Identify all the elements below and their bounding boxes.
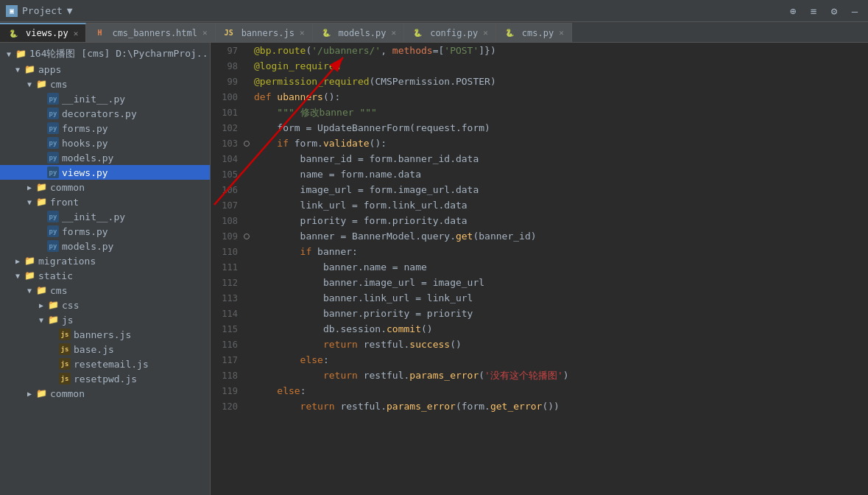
tab-label: views.py xyxy=(26,28,68,38)
minimize-icon[interactable]: — xyxy=(847,5,862,17)
add-icon[interactable]: ⊕ xyxy=(786,5,800,17)
sidebar-item-forms-py-front[interactable]: py forms.py xyxy=(0,224,210,239)
breakpoint-marker xyxy=(244,234,250,239)
table-row: 108 priority = form.priority.data xyxy=(211,213,868,228)
tree-label: views.py xyxy=(62,167,108,178)
token-op: ) xyxy=(531,231,537,242)
sidebar-item-resetemail-js[interactable]: js resetemail.js xyxy=(0,357,210,371)
sidebar-item-static[interactable]: ▼📁 static xyxy=(0,268,210,283)
sidebar-item-common[interactable]: ▶📁 common xyxy=(0,180,210,194)
table-row: 102 form = UpdateBannerForm(request.form… xyxy=(211,120,868,136)
tree-label: apps xyxy=(38,64,61,75)
token-op: ()) xyxy=(542,401,559,412)
sidebar-item-decorators-py[interactable]: py decorators.py xyxy=(0,106,210,121)
table-row: 110 if banner: xyxy=(211,244,868,259)
sidebar-item-init-py[interactable]: py __init__.py xyxy=(0,91,210,106)
sidebar-item-forms-py-cms[interactable]: py forms.py xyxy=(0,121,210,136)
tab-close[interactable]: ✕ xyxy=(483,28,488,38)
tab-banners-js[interactable]: JSbanners.js✕ xyxy=(216,23,313,42)
sidebar-item-base-js[interactable]: js base.js xyxy=(0,342,210,357)
py-icon: py xyxy=(47,108,59,119)
line-number: 111 xyxy=(211,259,244,275)
tab-config-py[interactable]: 🐍config.py✕ xyxy=(404,23,496,42)
token-op: . xyxy=(450,76,456,87)
table-row: 105 name = form.name.data xyxy=(211,166,868,182)
tab-close[interactable]: ✕ xyxy=(392,28,397,38)
sidebar-root[interactable]: ▼📁164轮播图 [cms] D:\PycharmProj... xyxy=(0,46,210,62)
tab-close[interactable]: ✕ xyxy=(202,28,208,38)
token-op: ) xyxy=(563,370,569,381)
table-row: 99@permission_required(CMSPermission.POS… xyxy=(211,74,868,89)
token-var: name xyxy=(404,261,427,273)
sidebar-item-banners-js-file[interactable]: js banners.js xyxy=(0,327,210,342)
sidebar-item-resetpwd-js[interactable]: js resetpwd.js xyxy=(0,371,210,386)
table-row: 114 banner.priority = priority xyxy=(211,306,868,321)
token-op: . xyxy=(450,153,456,164)
line-code: name = form.name.data xyxy=(251,166,868,182)
token-op: = xyxy=(352,215,364,226)
sidebar-item-cms-static[interactable]: ▼📁 cms xyxy=(0,283,210,298)
js-icon: js xyxy=(59,343,71,355)
tab-close[interactable]: ✕ xyxy=(300,28,305,38)
js-icon: js xyxy=(59,329,71,340)
token-op: (): xyxy=(323,91,340,102)
sidebar-item-views-py-cms[interactable]: py views.py xyxy=(0,165,210,180)
token-var: restful xyxy=(340,401,381,412)
gutter-marker xyxy=(244,58,251,74)
sidebar-item-common-static[interactable]: ▶📁 common xyxy=(0,386,210,401)
sidebar-item-apps[interactable]: ▼📁 apps xyxy=(0,62,210,77)
token-var: form xyxy=(340,169,363,180)
token-var: link_url xyxy=(392,200,439,211)
sidebar-item-models-py-front[interactable]: py models.py xyxy=(0,239,210,253)
token-op: = xyxy=(340,231,352,242)
sidebar-item-css-folder[interactable]: ▶📁 css xyxy=(0,298,210,312)
token-op: . xyxy=(358,308,364,319)
sidebar-item-hooks-py[interactable]: py hooks.py xyxy=(0,136,210,150)
sidebar-item-cms[interactable]: ▼📁 cms xyxy=(0,77,210,91)
line-code: link_url = form.link_url.data xyxy=(251,197,868,213)
token-op: = xyxy=(306,122,317,133)
sidebar-item-init-py-front[interactable]: py __init__.py xyxy=(0,209,210,224)
sidebar-item-js-folder[interactable]: ▼📁 js xyxy=(0,312,210,327)
tab-cms-banners-html[interactable]: Hcms_banners.html✕ xyxy=(86,23,215,42)
tab-close[interactable]: ✕ xyxy=(559,28,564,38)
token-fn: get_error xyxy=(490,401,542,412)
sidebar-item-migrations[interactable]: ▶📁 migrations xyxy=(0,253,210,268)
token-op: = xyxy=(421,277,433,288)
line-code: image_url = form.image_url.data xyxy=(251,182,868,197)
line-code: banner.priority = priority xyxy=(251,306,868,321)
tab-cms-py[interactable]: 🐍cms.py✕ xyxy=(496,23,572,42)
expand-arrow: ▶ xyxy=(12,257,24,265)
token-var: data xyxy=(444,200,467,211)
expand-arrow: ▼ xyxy=(24,287,35,295)
project-label[interactable]: Project xyxy=(22,5,63,16)
sidebar[interactable]: ▼📁164轮播图 [cms] D:\PycharmProj...▼📁 apps▼… xyxy=(0,43,211,495)
token-kw: return xyxy=(254,401,340,412)
token-kw: return xyxy=(254,370,364,381)
tree-label: banners.js xyxy=(74,329,131,340)
line-code: return restful.params_error('没有这个轮播图') xyxy=(251,368,868,383)
project-chevron[interactable]: ▼ xyxy=(67,5,73,16)
token-var: banner_id xyxy=(398,153,450,164)
tab-views-py[interactable]: 🐍views.py✕ xyxy=(0,23,86,42)
sidebar-item-models-py-cms[interactable]: py models.py xyxy=(0,150,210,165)
token-var: banner xyxy=(254,277,358,288)
line-number: 105 xyxy=(211,166,244,182)
table-row: 116 return restful.success() xyxy=(211,337,868,352)
editor[interactable]: 97@bp.route('/ubanners/', methods=['POST… xyxy=(211,43,868,495)
menu-icon[interactable]: ≡ xyxy=(806,5,821,17)
tab-close[interactable]: ✕ xyxy=(74,29,79,38)
line-code: return restful.params_error(form.get_err… xyxy=(251,399,868,414)
table-row: 109 banner = BannerModel.query.get(banne… xyxy=(211,228,868,244)
settings-icon[interactable]: ⚙ xyxy=(827,5,841,17)
expand-arrow: ▶ xyxy=(24,183,35,192)
expand-arrow: ▼ xyxy=(35,316,47,324)
token-var: name xyxy=(254,169,329,180)
token-var: form xyxy=(254,122,306,133)
gutter-marker xyxy=(244,321,251,337)
token-kw: else xyxy=(254,385,300,396)
token-str: 'POST' xyxy=(444,45,479,56)
tab-models-py[interactable]: 🐍models.py✕ xyxy=(313,23,405,42)
sidebar-item-front[interactable]: ▼📁 front xyxy=(0,194,210,209)
line-number: 103 xyxy=(211,136,244,151)
